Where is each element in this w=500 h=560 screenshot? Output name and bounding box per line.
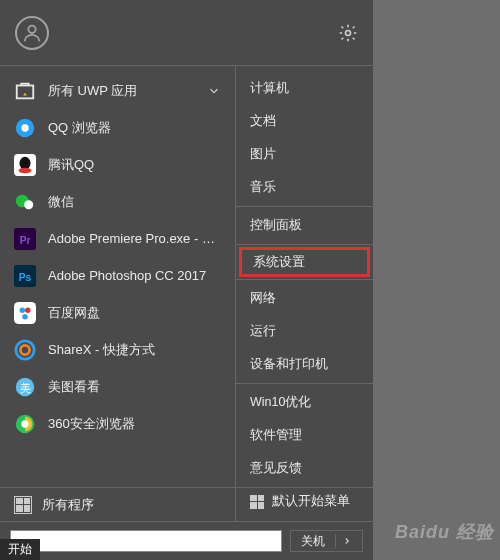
app-label: 百度网盘	[48, 304, 221, 322]
user-avatar[interactable]	[15, 16, 49, 50]
svg-point-0	[28, 25, 35, 32]
separator	[236, 383, 373, 384]
svg-rect-2	[17, 85, 34, 98]
app-item-wechat[interactable]: 微信	[0, 183, 235, 220]
ps-icon: Ps	[14, 265, 36, 287]
watermark: Baidu 经验	[395, 520, 494, 544]
uwp-store-icon	[14, 80, 36, 102]
app-label: Adobe Premiere Pro.exe - 快捷方式	[48, 230, 221, 248]
system-link-10[interactable]: 软件管理	[236, 419, 373, 452]
wechat-icon	[14, 191, 36, 213]
separator	[236, 206, 373, 207]
app-item-ps[interactable]: PsAdobe Photoshop CC 2017	[0, 257, 235, 294]
all-programs-label: 所有程序	[42, 496, 94, 514]
svg-text:Pr: Pr	[20, 234, 31, 245]
app-item-360[interactable]: 360安全浏览器	[0, 405, 235, 442]
settings-icon[interactable]	[338, 23, 358, 43]
svg-point-1	[346, 30, 351, 35]
svg-point-8	[19, 167, 32, 173]
svg-point-16	[20, 307, 26, 313]
app-item-meitu[interactable]: 美美图看看	[0, 368, 235, 405]
system-link-6[interactable]: 网络	[236, 282, 373, 315]
pr-icon: Pr	[14, 228, 36, 250]
svg-marker-3	[23, 92, 27, 95]
app-label: 美图看看	[48, 378, 221, 396]
svg-text:美: 美	[20, 381, 31, 393]
system-link-4[interactable]: 控制面板	[236, 209, 373, 242]
app-item-baidu-pan[interactable]: 百度网盘	[0, 294, 235, 331]
system-link-1[interactable]: 文档	[236, 105, 373, 138]
start-menu-right-column: 计算机文档图片音乐控制面板系统设置网络运行设备和打印机Win10优化软件管理意见…	[235, 65, 373, 560]
app-item-pr[interactable]: PrAdobe Premiere Pro.exe - 快捷方式	[0, 220, 235, 257]
svg-point-17	[25, 307, 31, 313]
start-button-tooltip: 开始	[0, 539, 40, 560]
separator	[236, 279, 373, 280]
system-link-7[interactable]: 运行	[236, 315, 373, 348]
svg-point-7	[20, 156, 31, 169]
search-input[interactable]	[10, 530, 282, 552]
qq-icon	[14, 154, 36, 176]
qq-browser-icon	[14, 117, 36, 139]
power-button[interactable]: 关机	[290, 530, 363, 552]
svg-point-5	[21, 124, 28, 131]
app-item-qq-browser[interactable]: QQ 浏览器	[0, 109, 235, 146]
app-label: Adobe Photoshop CC 2017	[48, 268, 221, 283]
grid-icon	[14, 496, 32, 514]
svg-point-10	[24, 200, 33, 209]
system-link-0[interactable]: 计算机	[236, 72, 373, 105]
system-link-9[interactable]: Win10优化	[236, 386, 373, 419]
svg-text:Ps: Ps	[19, 271, 32, 282]
app-label: QQ 浏览器	[48, 119, 221, 137]
svg-point-18	[22, 313, 28, 319]
360-icon	[14, 413, 36, 435]
app-item-sharex[interactable]: ShareX - 快捷方式	[0, 331, 235, 368]
sharex-icon	[14, 339, 36, 361]
start-menu-left-column: 所有 UWP 应用 QQ 浏览器腾讯QQ微信PrAdobe Premiere P…	[0, 65, 235, 560]
app-label: 360安全浏览器	[48, 415, 221, 433]
separator	[236, 244, 373, 245]
svg-rect-15	[14, 302, 36, 324]
meitu-icon: 美	[14, 376, 36, 398]
uwp-apps-label: 所有 UWP 应用	[48, 82, 195, 100]
system-link-11[interactable]: 意见反馈	[236, 452, 373, 485]
app-label: ShareX - 快捷方式	[48, 341, 221, 359]
chevron-down-icon	[207, 84, 221, 98]
system-link-2[interactable]: 图片	[236, 138, 373, 171]
svg-point-20	[20, 345, 29, 354]
app-item-qq[interactable]: 腾讯QQ	[0, 146, 235, 183]
uwp-apps-header[interactable]: 所有 UWP 应用	[0, 72, 235, 109]
app-label: 微信	[48, 193, 221, 211]
system-link-5[interactable]: 系统设置	[239, 247, 370, 277]
baidu-pan-icon	[14, 302, 36, 324]
chevron-right-icon	[342, 536, 352, 546]
svg-point-24	[21, 420, 28, 427]
power-label: 关机	[301, 533, 325, 550]
system-link-3[interactable]: 音乐	[236, 171, 373, 204]
svg-point-19	[16, 340, 34, 358]
all-programs-button[interactable]: 所有程序	[0, 487, 373, 521]
app-label: 腾讯QQ	[48, 156, 221, 174]
system-link-8[interactable]: 设备和打印机	[236, 348, 373, 381]
